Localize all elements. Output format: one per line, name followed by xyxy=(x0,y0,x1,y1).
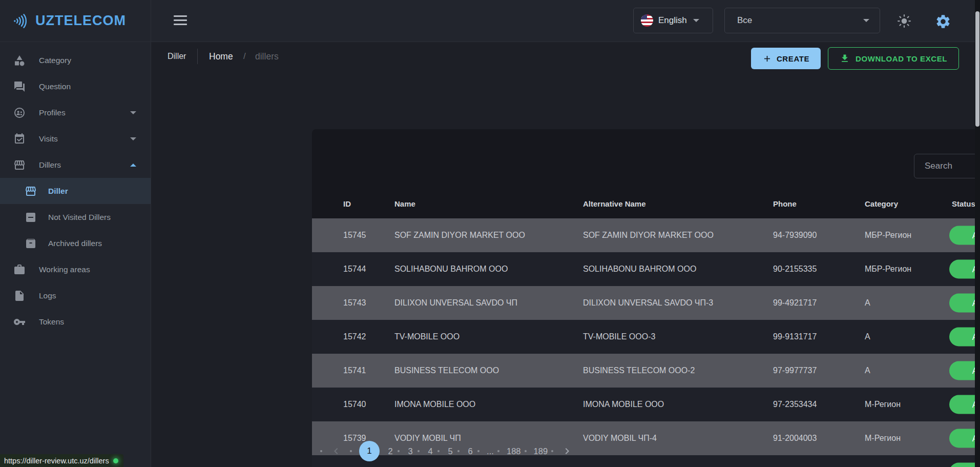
cell-id: 15745 xyxy=(343,231,366,240)
breadcrumb-current: dillers xyxy=(255,49,279,64)
table-row: 15741 BUSINESS TELECOM OOO BUSINESS TELE… xyxy=(312,354,980,388)
download-button-label: DOWNLOAD TO EXCEL xyxy=(856,54,947,63)
chevron-right-icon xyxy=(561,445,573,457)
main-content: Diller Home / dillers CREATE DOWNLOAD TO… xyxy=(151,42,980,467)
sidebar-item-profiles[interactable]: Profiles xyxy=(0,99,151,126)
cell-category: А xyxy=(865,298,870,308)
cell-alternative-name: IMONA MOBILE OOO xyxy=(583,400,664,409)
cell-category: А xyxy=(865,332,870,341)
browser-status-bar: https://diller-review.utc.uz/dillers xyxy=(0,454,123,467)
settings-button[interactable] xyxy=(935,13,951,30)
sidebar-item-label: Logs xyxy=(39,291,56,300)
sidebar-item-label: Profiles xyxy=(39,108,66,117)
sidebar-nav: Category Question Profiles Visits xyxy=(0,42,151,335)
table-row: 15743 DILIXON UNVERSAL SAVDO ЧП DILIXON … xyxy=(312,286,980,320)
sidebar-item-category[interactable]: Category xyxy=(0,47,151,73)
pagination-dot xyxy=(320,450,322,452)
sidebar-item-working-areas[interactable]: Working areas xyxy=(0,256,151,282)
cell-phone: 97-2353434 xyxy=(773,400,817,409)
next-page-button[interactable] xyxy=(560,444,574,458)
search-input[interactable] xyxy=(925,161,980,171)
question-chat-icon xyxy=(13,80,26,93)
cell-category: МБР-Регион xyxy=(865,265,911,274)
briefcase-icon xyxy=(13,263,26,276)
sidebar-item-label: Tokens xyxy=(39,317,64,327)
status-url: https://diller-review.utc.uz/dillers xyxy=(4,457,109,465)
page-button[interactable]: 6 xyxy=(467,446,479,456)
sidebar-item-question[interactable]: Question xyxy=(0,73,151,99)
previous-page-button[interactable] xyxy=(329,444,343,458)
sidebar-item-diller[interactable]: Diller xyxy=(0,178,151,204)
chevron-down-icon xyxy=(693,19,699,22)
page-button[interactable]: ... xyxy=(487,446,499,456)
download-icon xyxy=(840,53,850,64)
sidebar-item-dillers[interactable]: Dillers xyxy=(0,152,151,178)
download-to-excel-button[interactable]: DOWNLOAD TO EXCEL xyxy=(828,47,959,70)
scope-select[interactable]: Все xyxy=(724,8,880,33)
sidebar-item-not-visited-dillers[interactable]: Not Visited Dillers xyxy=(0,204,151,230)
sidebar-item-label: Not Visited Dillers xyxy=(48,213,111,222)
language-select[interactable]: English xyxy=(633,8,713,33)
page-button[interactable]: 2 xyxy=(387,446,400,456)
sidebar-item-label: Dillers xyxy=(39,160,61,170)
cell-alternative-name: VODIY MOBIL ЧП-4 xyxy=(583,434,657,443)
hamburger-menu-icon[interactable] xyxy=(174,15,187,26)
chevron-down-icon xyxy=(863,19,869,22)
window-scrollbar[interactable] xyxy=(975,0,980,467)
profiles-icon xyxy=(13,107,26,119)
breadcrumb-home-link[interactable]: Home xyxy=(209,49,233,64)
page-button[interactable]: 1 xyxy=(359,441,380,461)
table-row: 15740 IMONA MOBILE OOO IMONA MOBILE OOO … xyxy=(312,388,980,421)
sidebar-item-tokens[interactable]: Tokens xyxy=(0,309,151,335)
sidebar-item-label: Category xyxy=(39,56,71,65)
sidebar-item-label: Diller xyxy=(48,187,68,196)
scope-value: Все xyxy=(737,15,752,26)
search-box xyxy=(914,154,980,178)
dillers-table-card: ID Name Alternative Name Phone Category … xyxy=(312,129,980,467)
pagination-dot xyxy=(477,450,479,452)
table-row: 15745 SOF ZAMIN DIYOR MARKET OOO SOF ZAM… xyxy=(312,218,980,252)
window-scrollbar-thumb[interactable] xyxy=(975,11,979,127)
theme-toggle-button[interactable] xyxy=(896,13,913,30)
breadcrumb-section: Diller xyxy=(168,49,198,64)
minus-box-icon xyxy=(25,211,37,224)
column-header-category: Category xyxy=(865,194,898,214)
cell-category: А xyxy=(865,366,870,375)
page-button[interactable]: 189 xyxy=(534,446,554,456)
cell-phone: 90-2155335 xyxy=(773,265,817,274)
pagination-dot xyxy=(551,450,553,452)
plus-icon xyxy=(762,54,772,64)
page-button[interactable]: 3 xyxy=(407,446,420,456)
category-icon xyxy=(13,54,26,67)
cell-id: 15744 xyxy=(343,265,366,274)
sidebar-item-visits[interactable]: Visits xyxy=(0,126,151,152)
sidebar-item-logs[interactable]: Logs xyxy=(0,282,151,309)
cell-name: DILIXON UNVERSAL SAVDO ЧП xyxy=(394,298,517,308)
table-header-row: ID Name Alternative Name Phone Category … xyxy=(312,194,980,214)
sidebar-item-label: Question xyxy=(39,82,71,91)
column-header-name: Name xyxy=(394,194,415,214)
sidebar-item-archived-dillers[interactable]: Archived dillers xyxy=(0,230,151,256)
green-indicator-icon xyxy=(113,458,118,463)
create-button[interactable]: CREATE xyxy=(751,48,821,69)
pagination-dot xyxy=(497,450,499,452)
cell-alternative-name: SOLIHABONU BAHROM OOO xyxy=(583,265,696,274)
cell-name: SOLIHABONU BAHROM OOO xyxy=(394,265,508,274)
cell-category: М-Регион xyxy=(865,434,901,443)
page-button[interactable]: 5 xyxy=(447,446,460,456)
us-flag-icon xyxy=(641,14,653,27)
brand-logo: UZTELECOM xyxy=(0,0,151,42)
calendar-check-icon xyxy=(13,133,26,145)
cell-alternative-name: TV-MOBILE OOO-3 xyxy=(583,332,655,341)
page-button[interactable]: 4 xyxy=(427,446,440,456)
table-row: 15742 TV-MOBILE OOO TV-MOBILE OOO-3 99-9… xyxy=(312,320,980,354)
create-button-label: CREATE xyxy=(777,54,809,63)
page-button[interactable]: 188 xyxy=(507,446,527,456)
cell-name: SOF ZAMIN DIYOR MARKET OOO xyxy=(394,231,525,240)
gear-icon xyxy=(935,13,951,30)
pagination-dot xyxy=(525,450,527,452)
cell-phone: 99-4921717 xyxy=(773,298,817,308)
column-header-status: Status xyxy=(952,194,975,214)
column-header-phone: Phone xyxy=(773,194,797,214)
topbar: English Все xyxy=(151,0,980,42)
